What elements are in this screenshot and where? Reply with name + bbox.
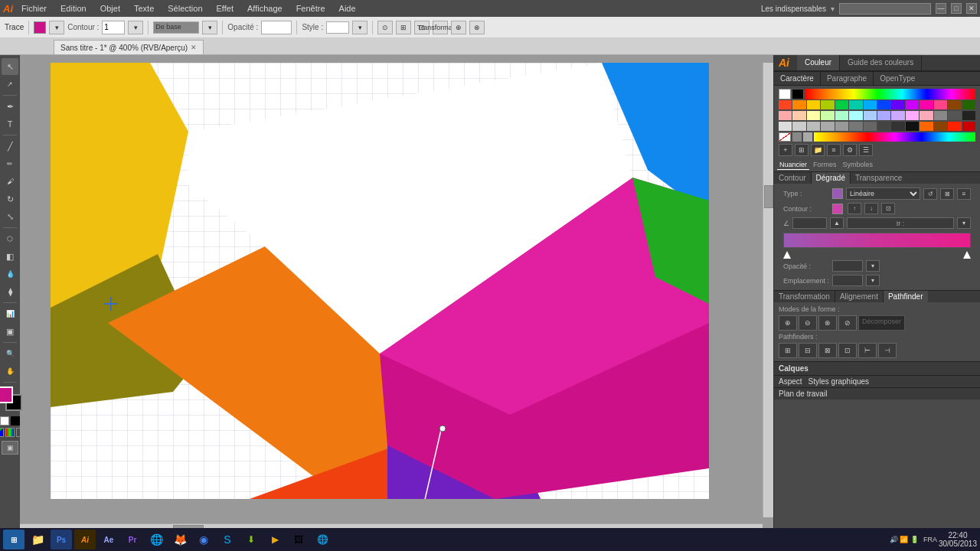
canvas-wrapper[interactable] <box>20 55 773 534</box>
spectrum-bar[interactable] <box>805 89 975 99</box>
swatch-gray-extra[interactable] <box>792 132 802 142</box>
tab-opentype[interactable]: OpenType <box>874 72 921 85</box>
tab-transformation[interactable]: Transformation <box>774 291 835 302</box>
swatch-r3-9[interactable] <box>891 122 904 131</box>
none-color[interactable] <box>0 416 9 425</box>
menu-objet[interactable]: Objet <box>98 3 122 14</box>
tab-caractere[interactable]: Caractère <box>774 72 821 85</box>
gradient-snap-btn[interactable]: ⊠ <box>940 188 954 200</box>
taskbar-skype[interactable]: S <box>217 530 238 549</box>
decompose-btn[interactable]: Décomposer <box>858 315 905 331</box>
minimize-btn[interactable]: — <box>936 3 946 14</box>
swatch-r2-5[interactable] <box>835 111 848 120</box>
tool-pen[interactable]: ✒ <box>2 98 18 115</box>
swatch-r2-2[interactable] <box>792 111 805 120</box>
pf-intersect-btn[interactable]: ⊗ <box>818 315 837 331</box>
style-swatch[interactable] <box>326 21 349 34</box>
extra-btn2[interactable]: ⊞ <box>396 21 411 34</box>
foreground-color[interactable] <box>0 386 13 403</box>
stroke-options-btn[interactable]: ▾ <box>202 21 217 34</box>
library-btn[interactable]: ≡ <box>827 144 841 156</box>
taskbar-start[interactable]: ⊞ <box>3 530 24 549</box>
doc-tab-close[interactable]: ✕ <box>191 44 197 51</box>
settings-swatch-btn[interactable]: ⚙ <box>843 144 857 156</box>
taskbar-aftereffects[interactable]: Ae <box>98 530 119 549</box>
tool-direct-selection[interactable]: ↗ <box>2 76 18 93</box>
maximize-btn[interactable]: □ <box>951 3 962 14</box>
swatch-r3-7[interactable] <box>864 122 877 131</box>
tab-pathfinder[interactable]: Pathfinder <box>884 291 928 302</box>
tool-text[interactable]: T <box>2 116 18 132</box>
tool-line[interactable]: ╱ <box>2 138 18 155</box>
pf-exclude-btn[interactable]: ⊘ <box>838 315 857 331</box>
fill-swatch[interactable] <box>34 21 46 34</box>
grad-cont-btn1[interactable]: ↑ <box>848 203 861 214</box>
pf-merge-btn[interactable]: ⊠ <box>818 343 837 358</box>
swatch-r3-14[interactable] <box>962 122 975 131</box>
extra-btn1[interactable]: ⊙ <box>377 21 393 34</box>
doc-tab[interactable]: Sans titre - 1* @ 400% (RVB/Aperçu) ✕ <box>54 40 204 54</box>
tab-paragraphe[interactable]: Paragraphe <box>821 72 874 85</box>
tab-nuancier[interactable]: Nuancier <box>777 160 809 170</box>
tab-alignement[interactable]: Alignement <box>835 291 884 302</box>
menu-affichage[interactable]: Affichage <box>245 3 285 14</box>
swatch-white[interactable] <box>779 89 791 99</box>
swatch-r3-11[interactable] <box>920 122 933 131</box>
contour-up-btn[interactable]: ▾ <box>128 21 143 34</box>
swatch-none[interactable] <box>779 132 791 142</box>
tab-couleur[interactable]: Couleur <box>797 55 840 70</box>
tool-eyedropper[interactable]: 💧 <box>2 266 18 282</box>
swatch-11[interactable] <box>920 100 933 109</box>
swatch-r3-10[interactable] <box>906 122 919 131</box>
swatch-2[interactable] <box>792 100 805 109</box>
tab-degrade[interactable]: Dégradé <box>812 172 851 184</box>
tool-gradient[interactable]: ◧ <box>2 248 18 265</box>
taskbar-pictures[interactable]: 🖼 <box>288 530 309 549</box>
swatch-r2-9[interactable] <box>891 111 904 120</box>
swatch-r3-8[interactable] <box>877 122 890 131</box>
tool-brush[interactable]: 🖌 <box>2 173 18 190</box>
spectrum-bottom[interactable] <box>814 132 975 142</box>
tool-zoom[interactable]: 🔍 <box>2 345 18 362</box>
gradient-swatch-purple[interactable] <box>832 188 843 199</box>
swatch-14[interactable] <box>962 100 975 109</box>
swatch-r2-3[interactable] <box>807 111 820 120</box>
swatch-5[interactable] <box>835 100 848 109</box>
contour-input[interactable] <box>102 21 125 34</box>
ir-btn[interactable]: ▾ <box>957 217 971 229</box>
extra-btn4[interactable]: ⊕ <box>451 21 466 34</box>
tool-selection[interactable]: ↖ <box>2 58 18 75</box>
angle-up-btn[interactable]: ▲ <box>830 217 844 229</box>
swatch-1[interactable] <box>779 100 792 109</box>
style-options-btn[interactable]: ▾ <box>352 21 368 34</box>
calques-section[interactable]: Calques <box>774 361 980 375</box>
swatch-12[interactable] <box>934 100 947 109</box>
pf-unite-btn[interactable]: ⊕ <box>779 315 797 331</box>
new-swatch-btn[interactable]: + <box>779 144 792 156</box>
swatch-9[interactable] <box>891 100 904 109</box>
angle-input[interactable]: 74,3° <box>792 217 827 229</box>
swatch-r3-1[interactable] <box>779 122 792 131</box>
gradient-bar-preview[interactable] <box>783 233 971 248</box>
transform-label-btn[interactable]: Transformation <box>433 21 448 34</box>
opacity-gradient-btn[interactable]: ▾ <box>866 260 880 272</box>
swatch-13[interactable] <box>948 100 961 109</box>
search-box[interactable] <box>839 3 931 15</box>
tool-shape-builder[interactable]: ⬡ <box>2 230 18 247</box>
tab-formes[interactable]: Formes <box>811 160 839 170</box>
color-mode-btn[interactable] <box>0 428 4 437</box>
pf-minus-front-btn[interactable]: ⊖ <box>799 315 817 331</box>
list-btn[interactable]: ☰ <box>859 144 873 156</box>
swatch-r3-13[interactable] <box>948 122 961 131</box>
swatch-6[interactable] <box>849 100 862 109</box>
grad-cont-btn2[interactable]: ↓ <box>864 203 878 214</box>
taskbar-illustrator[interactable]: Ai <box>74 530 96 549</box>
swatch-r3-6[interactable] <box>849 122 862 131</box>
swatch-r2-7[interactable] <box>864 111 877 120</box>
tool-rotate[interactable]: ↻ <box>2 191 18 207</box>
opacity-input[interactable]: 100% <box>261 21 292 34</box>
swatch-r3-12[interactable] <box>934 122 947 131</box>
gradient-mode-btn[interactable] <box>5 428 15 437</box>
swatch-black[interactable] <box>792 89 804 99</box>
swatch-r3-3[interactable] <box>807 122 820 131</box>
